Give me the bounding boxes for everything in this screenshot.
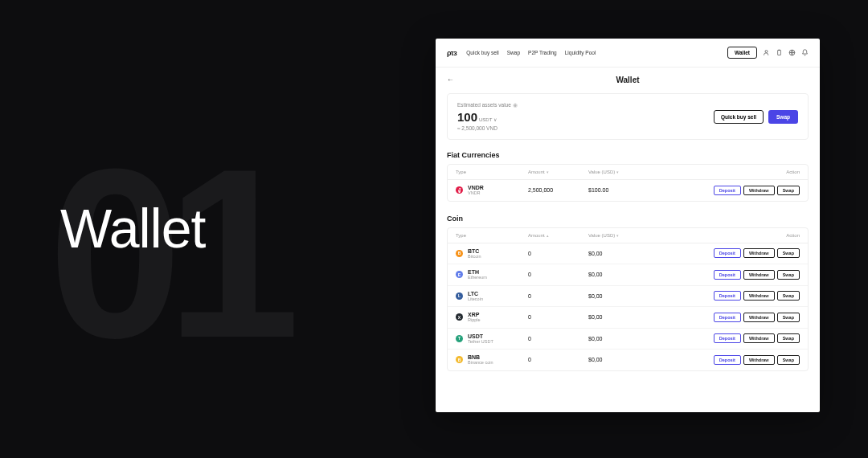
summary-value: 100USDT ∨	[457, 110, 518, 124]
coin-icon: X	[456, 313, 463, 321]
user-icon[interactable]	[762, 49, 770, 57]
row-swap-button[interactable]: Swap	[777, 186, 800, 195]
value-cell: $0,00	[588, 272, 649, 277]
globe-icon[interactable]	[788, 49, 796, 57]
nav-quick-buy-sell[interactable]: Quick buy sell	[466, 50, 498, 55]
asset-symbol: BNB	[468, 354, 493, 360]
withdraw-button[interactable]: Withdraw	[743, 355, 775, 365]
coin-icon: B	[456, 250, 463, 257]
asset-cell: TUSDTTether USDT	[456, 333, 528, 345]
bell-icon[interactable]	[800, 49, 809, 57]
asset-cell: ₫VNDRVNDR	[456, 185, 528, 196]
value-cell: $0,00	[588, 336, 649, 341]
coin-section: Coin Type Amount▴ Value (USD)▾ Action BB…	[436, 215, 820, 384]
asset-cell: EETHEthereum	[456, 269, 528, 280]
swap-button[interactable]: Swap	[768, 110, 798, 124]
th-amount[interactable]: Amount▴	[528, 233, 588, 238]
deposit-button[interactable]: Deposit	[714, 313, 741, 322]
deposit-button[interactable]: Deposit	[714, 248, 741, 258]
deposit-button[interactable]: Deposit	[714, 333, 741, 343]
svg-rect-1	[777, 51, 780, 55]
deposit-button[interactable]: Deposit	[714, 291, 741, 301]
table-row: ₫VNDRVNDR2,500,000$100.00DepositWithdraw…	[448, 180, 808, 201]
deposit-button[interactable]: Deposit	[714, 186, 741, 195]
logo[interactable]: ρτз	[447, 49, 457, 57]
coin-title: Coin	[447, 215, 809, 223]
value-cell: $0,00	[588, 357, 649, 362]
withdraw-button[interactable]: Withdraw	[743, 313, 775, 322]
withdraw-button[interactable]: Withdraw	[743, 248, 775, 258]
asset-fullname: Tether USDT	[468, 340, 493, 345]
hero-title: Wallet	[60, 197, 205, 260]
summary-sub: ≈ 2,500,000 VND	[457, 125, 518, 131]
deposit-button[interactable]: Deposit	[714, 270, 741, 280]
coin-icon: E	[456, 271, 463, 278]
th-action: Action	[649, 170, 800, 174]
eye-icon[interactable]: ◉	[513, 102, 518, 108]
nav-swap[interactable]: Swap	[507, 50, 520, 55]
row-swap-button[interactable]: Swap	[777, 248, 800, 258]
asset-symbol: XRP	[468, 312, 481, 317]
sort-icon: ▾	[547, 170, 549, 174]
asset-cell: BBNBBinance coin	[456, 354, 528, 366]
deposit-button[interactable]: Deposit	[714, 355, 741, 365]
th-action: Action	[649, 233, 800, 238]
wallet-button[interactable]: Wallet	[727, 47, 757, 59]
sort-icon: ▴	[547, 233, 549, 238]
th-value[interactable]: Value (USD)▾	[588, 233, 649, 238]
summary-unit-dropdown[interactable]: USDT ∨	[479, 117, 497, 122]
table-row: BBTCBitcoin0$0,00DepositWithdrawSwap	[448, 243, 808, 265]
row-swap-button[interactable]: Swap	[777, 270, 800, 280]
row-swap-button[interactable]: Swap	[777, 355, 800, 365]
main-nav: Quick buy sell Swap P2P Trading Liquidit…	[466, 50, 596, 55]
sort-icon: ▾	[616, 233, 619, 238]
amount-cell: 0	[528, 314, 588, 320]
coin-icon: ₫	[456, 186, 463, 194]
row-swap-button[interactable]: Swap	[777, 291, 800, 301]
summary-label: Estimated assets value ◉	[457, 102, 518, 108]
asset-fullname: Litecoin	[468, 297, 483, 302]
asset-symbol: ETH	[468, 269, 487, 275]
withdraw-button[interactable]: Withdraw	[743, 333, 775, 343]
asset-symbol: USDT	[468, 333, 493, 339]
assets-summary-card: Estimated assets value ◉ 100USDT ∨ ≈ 2,5…	[447, 93, 809, 140]
clipboard-icon[interactable]	[775, 49, 783, 57]
asset-cell: XXRPRipple	[456, 312, 528, 323]
table-row: LLTCLitecoin0$0,00DepositWithdrawSwap	[448, 286, 808, 308]
quick-buy-sell-button[interactable]: Quick buy sell	[714, 110, 764, 124]
nav-liquidity-pool[interactable]: Liquidity Pool	[565, 50, 596, 55]
withdraw-button[interactable]: Withdraw	[743, 270, 775, 280]
amount-cell: 0	[528, 272, 588, 277]
amount-cell: 0	[528, 357, 588, 362]
row-swap-button[interactable]: Swap	[777, 313, 800, 322]
asset-cell: LLTCLitecoin	[456, 291, 528, 302]
amount-cell: 0	[528, 336, 588, 341]
fiat-title: Fiat Currencies	[447, 151, 809, 159]
coin-icon: B	[456, 356, 463, 363]
amount-cell: 2,500,000	[528, 187, 588, 193]
th-value[interactable]: Value (USD)▾	[588, 170, 649, 174]
asset-cell: BBTCBitcoin	[456, 248, 528, 260]
value-cell: $0,00	[588, 314, 649, 320]
fiat-table: Type Amount▾ Value (USD)▾ Action ₫VNDRVN…	[447, 164, 809, 202]
page-title: Wallet	[436, 76, 820, 84]
value-cell: $0,00	[588, 251, 649, 256]
asset-symbol: LTC	[468, 291, 483, 296]
row-swap-button[interactable]: Swap	[777, 333, 800, 343]
svg-point-0	[765, 51, 768, 53]
app-panel: ρτз Quick buy sell Swap P2P Trading Liqu…	[436, 39, 820, 412]
coin-table: Type Amount▴ Value (USD)▾ Action BBTCBit…	[447, 227, 809, 371]
withdraw-button[interactable]: Withdraw	[743, 291, 775, 301]
asset-fullname: Binance coin	[468, 361, 493, 366]
value-cell: $100.00	[588, 187, 649, 193]
nav-p2p-trading[interactable]: P2P Trading	[528, 50, 557, 55]
asset-symbol: VNDR	[468, 185, 484, 190]
th-amount[interactable]: Amount▾	[528, 170, 588, 174]
withdraw-button[interactable]: Withdraw	[743, 186, 775, 195]
asset-fullname: Bitcoin	[468, 255, 481, 260]
th-type: Type	[456, 170, 528, 174]
amount-cell: 0	[528, 251, 588, 256]
table-row: BBNBBinance coin0$0,00DepositWithdrawSwa…	[448, 350, 808, 370]
table-row: XXRPRipple0$0,00DepositWithdrawSwap	[448, 307, 808, 329]
value-cell: $0,00	[588, 293, 649, 299]
